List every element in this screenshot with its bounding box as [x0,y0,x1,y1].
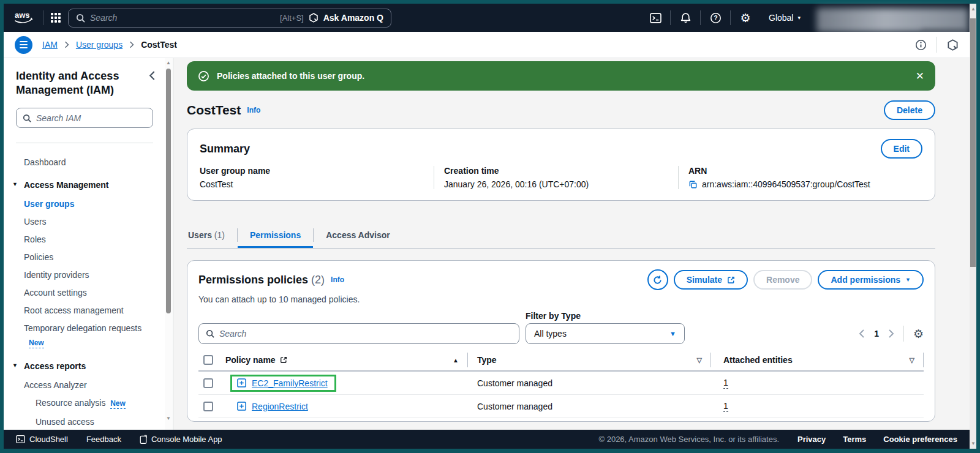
policy-search[interactable] [198,323,519,344]
scrollbar-thumb[interactable] [970,18,976,267]
banner-message: Policies attached to this user group. [217,71,364,81]
select-all-checkbox[interactable] [203,355,213,365]
attached-entities-count[interactable]: 1 [723,401,728,412]
external-link-icon [280,356,287,364]
sidebar-item-resource-analysis[interactable]: Resource analysis New [36,398,156,409]
copy-icon[interactable] [688,180,698,189]
breadcrumb-iam[interactable]: IAM [42,40,58,50]
sidebar-item-account-settings[interactable]: Account settings [24,288,156,298]
sidebar-item-policies[interactable]: Policies [24,252,156,262]
scroll-up-icon[interactable]: ▲ [970,6,976,12]
info-link[interactable]: Info [331,275,344,284]
redacted-account-info [816,8,968,32]
new-badge[interactable]: New [110,399,126,409]
column-attached-entities[interactable]: Attached entities [723,355,793,365]
edit-button[interactable]: Edit [881,139,922,159]
search-shortcut: [Alt+S] [280,13,304,23]
search-iam-input[interactable] [36,113,146,123]
scroll-down-icon[interactable]: ▼ [165,416,172,421]
region-selector[interactable]: Global ▾ [769,13,801,23]
services-grid-icon[interactable] [51,13,61,23]
policy-link[interactable]: RegionRestrict [252,402,308,411]
tab-permissions[interactable]: Permissions [238,230,313,248]
scroll-down-icon[interactable]: ▼ [970,441,976,446]
sidebar-item-roles[interactable]: Roles [24,234,156,244]
sidebar-item-access-analyzer[interactable]: Access Analyzer [24,380,156,390]
policy-link[interactable]: EC2_FamilyRestrict [252,378,328,388]
page-number[interactable]: 1 [874,329,879,339]
feedback-button[interactable]: Feedback [86,435,121,444]
row-checkbox[interactable] [203,378,213,388]
sidebar-section-access-management[interactable]: ▼ Access Management [24,180,156,190]
close-icon[interactable]: ✕ [916,70,924,83]
new-badge[interactable]: New [29,339,44,348]
sidebar-item-dashboard[interactable]: Dashboard [24,157,156,167]
column-policy-name[interactable]: Policy name [225,355,276,365]
console-mobile-app-button[interactable]: Console Mobile App [140,435,222,444]
menu-button[interactable] [15,36,32,54]
notifications-bell-icon[interactable] [671,4,700,32]
simulate-button[interactable]: Simulate [674,270,748,290]
field-user-group-name: User group name CostTest [200,166,434,189]
global-search-input[interactable] [90,13,275,23]
next-page-icon[interactable] [888,329,894,338]
tab-users[interactable]: Users (1) [187,230,237,248]
sidebar-item-identity-providers[interactable]: Identity providers [24,270,156,280]
settings-gear-icon[interactable]: ⚙ [731,4,760,32]
policy-search-input[interactable] [219,329,512,339]
scrollbar-thumb[interactable] [166,69,171,313]
permissions-policies-card: Permissions policies (2) Info Simulate [187,260,935,422]
sidebar-item-user-groups[interactable]: User groups [24,199,156,209]
privacy-link[interactable]: Privacy [797,435,826,444]
sidebar-item-users[interactable]: Users [24,217,156,226]
cloudshell-footer-button[interactable]: CloudShell [16,435,68,444]
refresh-icon [652,275,663,285]
table-settings-gear-icon[interactable]: ⚙ [913,328,924,340]
sidebar-item-temporary-delegation[interactable]: Temporary delegation requests [24,323,156,333]
sidebar-search[interactable] [16,108,153,128]
column-filter-icon[interactable]: ▽ [910,356,914,364]
info-icon[interactable] [915,39,927,51]
column-filter-icon[interactable]: ▽ [696,356,701,364]
tab-access-advisor[interactable]: Access Advisor [314,230,402,248]
sidebar-scrollbar[interactable]: ▲ ▼ [165,58,172,430]
column-type[interactable]: Type [477,355,497,365]
caret-down-icon: ▼ [669,330,676,337]
svg-text:aws: aws [15,10,30,20]
sort-ascending-icon[interactable]: ▲ [453,357,459,364]
type-filter-select[interactable]: All types ▼ [526,323,685,344]
page-scrollbar[interactable]: ▲ ▼ [970,4,976,449]
amazon-q-panel-icon[interactable] [947,39,959,51]
row-checkbox[interactable] [203,402,213,411]
add-permissions-button[interactable]: Add permissions ▼ [818,270,924,290]
unified-search-bar[interactable]: [Alt+S] Ask Amazon Q [68,9,391,28]
expand-plus-icon[interactable] [237,378,246,387]
collapse-sidebar-icon[interactable] [149,69,156,97]
cloudshell-icon [16,435,25,444]
help-icon[interactable]: ? [701,4,730,32]
sidebar-item-root-access[interactable]: Root access management [24,305,156,315]
table-row: RegionRestrict Customer managed 1 [198,395,924,418]
sidebar-item-unused-access[interactable]: Unused access [36,417,156,427]
attached-entities-count[interactable]: 1 [723,378,728,389]
refresh-button[interactable] [647,269,668,290]
scroll-up-icon[interactable]: ▲ [165,60,172,66]
mobile-phone-icon [140,435,147,444]
expand-plus-icon[interactable] [237,402,246,411]
breadcrumb-user-groups[interactable]: User groups [76,40,123,50]
sidebar-title: Identity and Access Management (IAM) [16,69,126,97]
search-icon [23,114,31,122]
table-row: EC2_FamilyRestrict Customer managed 1 [198,372,924,395]
search-icon [206,329,214,338]
remove-button[interactable]: Remove [753,270,812,290]
cookie-preferences-link[interactable]: Cookie preferences [883,435,957,444]
policies-title: Permissions policies (2) [198,274,325,286]
delete-button[interactable]: Delete [884,100,935,120]
sidebar-section-access-reports[interactable]: ▼ Access reports [24,361,156,371]
previous-page-icon[interactable] [859,329,865,338]
aws-logo[interactable]: aws [12,9,36,26]
cloudshell-icon[interactable] [641,4,670,32]
terms-link[interactable]: Terms [843,435,866,444]
ask-amazon-q-label[interactable]: Ask Amazon Q [323,13,383,23]
info-link[interactable]: Info [247,106,260,114]
